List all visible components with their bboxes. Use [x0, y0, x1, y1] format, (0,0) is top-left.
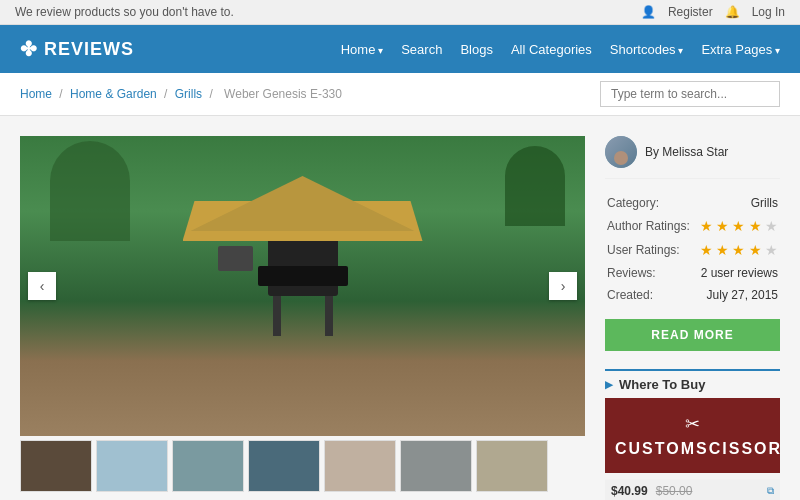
reviews-row: Reviews: 2 user reviews [607, 263, 778, 283]
thumbnail-5[interactable] [400, 440, 472, 492]
scissors-icon: ✂ [615, 413, 770, 435]
author-ratings-stars: ★ ★ ★ ★ ★ [696, 215, 778, 237]
header: ✤ REVIEWS HomeSearchBlogsAll CategoriesS… [0, 25, 800, 73]
deal-card: ✂ CUSTOMSCISSOR [605, 398, 780, 473]
nav-item-shortcodes[interactable]: Shortcodes [610, 42, 684, 57]
product-images: ‹ › [20, 136, 585, 500]
visit-icon[interactable]: ⧉ [767, 485, 774, 497]
thumbnail-1[interactable] [96, 440, 168, 492]
breadcrumb-separator: / [56, 87, 66, 101]
created-label: Created: [607, 285, 694, 305]
author-name: By Melissa Star [645, 145, 728, 159]
tagline: We review products so you don't have to. [15, 5, 234, 19]
breadcrumb-separator: / [206, 87, 216, 101]
avatar [605, 136, 637, 168]
nav-item-home[interactable]: Home [341, 42, 383, 57]
user-star-5: ★ [765, 242, 778, 258]
where-to-buy-title: Where To Buy [605, 371, 780, 398]
user-ratings-stars: ★ ★ ★ ★ ★ [696, 239, 778, 261]
top-bar: We review products so you don't have to.… [0, 0, 800, 25]
author-star-1: ★ [700, 218, 713, 234]
author-star-3: ★ [732, 218, 745, 234]
price-old: $50.00 [656, 484, 693, 498]
breadcrumb-link[interactable]: Home [20, 87, 52, 101]
user-star-2: ★ [716, 242, 729, 258]
slider-prev[interactable]: ‹ [28, 272, 56, 300]
nav-item-blogs[interactable]: Blogs [460, 42, 493, 57]
author-star-2: ★ [716, 218, 729, 234]
main-nav: HomeSearchBlogsAll CategoriesShortcodesE… [341, 42, 780, 57]
author-ratings-label: Author Ratings: [607, 215, 694, 237]
created-value: July 27, 2015 [696, 285, 778, 305]
meta-table: Category: Grills Author Ratings: ★ ★ ★ ★… [605, 191, 780, 307]
thumbnail-strip [20, 440, 585, 492]
author-star-5: ★ [765, 218, 778, 234]
user-star-1: ★ [700, 242, 713, 258]
image-slider: ‹ › [20, 136, 585, 436]
user-ratings-label: User Ratings: [607, 239, 694, 261]
thumbnail-2[interactable] [172, 440, 244, 492]
price-new: $40.99 [611, 484, 648, 498]
nav-item-all-categories[interactable]: All Categories [511, 42, 592, 57]
slider-next[interactable]: › [549, 272, 577, 300]
login-link[interactable]: Log In [752, 5, 785, 19]
main-content: ‹ › By Melissa Star Category: Grills Aut… [0, 116, 800, 500]
where-to-buy-section: Where To Buy ✂ CUSTOMSCISSOR $40.99 $50.… [605, 369, 780, 500]
breadcrumb-bar: Home / Home & Garden / Grills / Weber Ge… [0, 73, 800, 116]
top-bar-actions: 👤 Register 🔔 Log In [641, 5, 785, 19]
breadcrumb-current: Weber Genesis E-330 [224, 87, 342, 101]
category-row: Category: Grills [607, 193, 778, 213]
breadcrumb-separator: / [161, 87, 171, 101]
user-star-3: ★ [732, 242, 745, 258]
user-ratings-row: User Ratings: ★ ★ ★ ★ ★ [607, 239, 778, 261]
reviews-value: 2 user reviews [696, 263, 778, 283]
read-more-button[interactable]: READ MORE [605, 319, 780, 351]
logo-icon: ✤ [20, 37, 38, 61]
search-input[interactable] [600, 81, 780, 107]
author-block: By Melissa Star [605, 136, 780, 179]
category-label: Category: [607, 193, 694, 213]
deal-brand: CUSTOMSCISSOR [615, 440, 770, 458]
user-star-half: ★ [749, 242, 762, 258]
author-ratings-row: Author Ratings: ★ ★ ★ ★ ★ [607, 215, 778, 237]
category-value: Grills [696, 193, 778, 213]
sidebar: By Melissa Star Category: Grills Author … [605, 136, 780, 500]
thumbnail-0[interactable] [20, 440, 92, 492]
thumbnail-6[interactable] [476, 440, 548, 492]
breadcrumb-link[interactable]: Home & Garden [70, 87, 157, 101]
created-row: Created: July 27, 2015 [607, 285, 778, 305]
bell-icon: 🔔 [725, 5, 740, 19]
logo-text: REVIEWS [44, 39, 134, 60]
thumbnail-4[interactable] [324, 440, 396, 492]
nav-item-search[interactable]: Search [401, 42, 442, 57]
breadcrumb: Home / Home & Garden / Grills / Weber Ge… [20, 87, 346, 101]
register-link[interactable]: Register [668, 5, 713, 19]
reviews-label: Reviews: [607, 263, 694, 283]
nav-item-extra-pages[interactable]: Extra Pages [701, 42, 780, 57]
logo: ✤ REVIEWS [20, 37, 134, 61]
breadcrumb-link[interactable]: Grills [175, 87, 202, 101]
user-icon: 👤 [641, 5, 656, 19]
thumbnail-3[interactable] [248, 440, 320, 492]
author-star-half: ★ [749, 218, 762, 234]
deal-prices: $40.99 $50.00 ⧉ [605, 479, 780, 500]
